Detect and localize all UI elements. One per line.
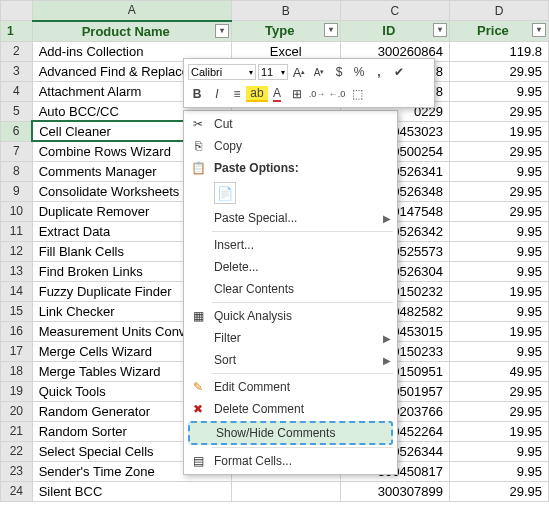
paste-button[interactable]: 📄 xyxy=(214,182,236,204)
header-id[interactable]: ID▾ xyxy=(340,21,449,42)
comma-icon[interactable]: , xyxy=(370,63,388,81)
select-all-corner[interactable] xyxy=(1,1,33,21)
font-size-select[interactable]: 11 ▾ xyxy=(258,64,288,80)
row-number[interactable]: 16 xyxy=(1,321,33,341)
currency-icon[interactable]: $ xyxy=(330,63,348,81)
row-number[interactable]: 12 xyxy=(1,241,33,261)
header-product-name[interactable]: Product Name▾ xyxy=(32,21,231,42)
menu-cut[interactable]: ✂Cut xyxy=(184,113,397,135)
decrease-decimal-icon[interactable]: ←.0 xyxy=(328,85,346,103)
cell[interactable]: 9.95 xyxy=(449,221,548,241)
row-number[interactable]: 14 xyxy=(1,281,33,301)
italic-icon[interactable]: I xyxy=(208,85,226,103)
menu-paste-special[interactable]: Paste Special...▶ xyxy=(184,207,397,229)
row-number[interactable]: 6 xyxy=(1,121,33,141)
cell[interactable]: 9.95 xyxy=(449,301,548,321)
decrease-font-icon[interactable]: A▾ xyxy=(310,63,328,81)
fill-color-icon[interactable]: ab xyxy=(248,85,266,103)
cell[interactable]: 9.95 xyxy=(449,161,548,181)
font-family-select[interactable]: Calibri ▾ xyxy=(188,64,256,80)
separator xyxy=(212,231,393,232)
cell[interactable]: Silent BCC xyxy=(32,481,231,501)
cell[interactable]: 29.95 xyxy=(449,181,548,201)
merge-icon[interactable]: ⬚ xyxy=(348,85,366,103)
format-painter-icon[interactable]: ✔ xyxy=(390,63,408,81)
font-color-icon[interactable]: A xyxy=(268,85,286,103)
row-number[interactable]: 22 xyxy=(1,441,33,461)
cell[interactable]: 29.95 xyxy=(449,401,548,421)
row-number[interactable]: 1 xyxy=(1,21,33,42)
format-cells-icon: ▤ xyxy=(190,453,206,469)
menu-quick-analysis[interactable]: ▦Quick Analysis xyxy=(184,305,397,327)
row-number[interactable]: 7 xyxy=(1,141,33,161)
row-number[interactable]: 18 xyxy=(1,361,33,381)
cell[interactable]: 29.95 xyxy=(449,61,548,81)
filter-button[interactable]: ▾ xyxy=(433,23,447,37)
col-header-a[interactable]: A xyxy=(32,1,231,21)
row-number[interactable]: 23 xyxy=(1,461,33,481)
delete-comment-icon: ✖ xyxy=(190,401,206,417)
row-number[interactable]: 19 xyxy=(1,381,33,401)
cell[interactable]: 9.95 xyxy=(449,261,548,281)
row-number[interactable]: 20 xyxy=(1,401,33,421)
cell[interactable]: 29.95 xyxy=(449,141,548,161)
col-header-b[interactable]: B xyxy=(231,1,340,21)
col-header-d[interactable]: D xyxy=(449,1,548,21)
cell[interactable]: 19.95 xyxy=(449,421,548,441)
row-number[interactable]: 3 xyxy=(1,61,33,81)
cell[interactable]: 49.95 xyxy=(449,361,548,381)
cell[interactable]: 29.95 xyxy=(449,101,548,121)
header-type[interactable]: Type▾ xyxy=(231,21,340,42)
row-number[interactable]: 15 xyxy=(1,301,33,321)
context-menu: ✂Cut ⎘Copy 📋Paste Options: 📄 Paste Speci… xyxy=(183,110,398,475)
column-header-row: A B C D xyxy=(1,1,549,21)
cell[interactable] xyxy=(231,481,340,501)
cell[interactable]: 9.95 xyxy=(449,81,548,101)
header-price[interactable]: Price▾ xyxy=(449,21,548,42)
menu-delete[interactable]: Delete... xyxy=(184,256,397,278)
menu-clear-contents[interactable]: Clear Contents xyxy=(184,278,397,300)
separator xyxy=(212,447,393,448)
row-number[interactable]: 13 xyxy=(1,261,33,281)
increase-decimal-icon[interactable]: .0→ xyxy=(308,85,326,103)
row-number[interactable]: 4 xyxy=(1,81,33,101)
row-number[interactable]: 17 xyxy=(1,341,33,361)
filter-button[interactable]: ▾ xyxy=(215,24,229,38)
menu-show-hide-comments[interactable]: Show/Hide Comments xyxy=(188,421,393,445)
row-number[interactable]: 2 xyxy=(1,41,33,61)
filter-button[interactable]: ▾ xyxy=(324,23,338,37)
cell[interactable]: 9.95 xyxy=(449,461,548,481)
menu-delete-comment[interactable]: ✖Delete Comment xyxy=(184,398,397,420)
row-number[interactable]: 24 xyxy=(1,481,33,501)
borders-icon[interactable]: ⊞ xyxy=(288,85,306,103)
menu-insert[interactable]: Insert... xyxy=(184,234,397,256)
row-number[interactable]: 9 xyxy=(1,181,33,201)
row-number[interactable]: 8 xyxy=(1,161,33,181)
menu-copy[interactable]: ⎘Copy xyxy=(184,135,397,157)
menu-edit-comment[interactable]: ✎Edit Comment xyxy=(184,376,397,398)
align-icon[interactable]: ≡ xyxy=(228,85,246,103)
percent-icon[interactable]: % xyxy=(350,63,368,81)
cell[interactable]: 9.95 xyxy=(449,341,548,361)
menu-sort[interactable]: Sort▶ xyxy=(184,349,397,371)
cell[interactable]: 29.95 xyxy=(449,381,548,401)
cell[interactable]: 19.95 xyxy=(449,281,548,301)
cell[interactable]: 9.95 xyxy=(449,441,548,461)
col-header-c[interactable]: C xyxy=(340,1,449,21)
cell[interactable]: 29.95 xyxy=(449,201,548,221)
bold-icon[interactable]: B xyxy=(188,85,206,103)
row-number[interactable]: 5 xyxy=(1,101,33,121)
menu-format-cells[interactable]: ▤Format Cells... xyxy=(184,450,397,472)
cell[interactable]: 19.95 xyxy=(449,321,548,341)
menu-filter[interactable]: Filter▶ xyxy=(184,327,397,349)
row-number[interactable]: 10 xyxy=(1,201,33,221)
cell[interactable]: 119.8 xyxy=(449,41,548,61)
row-number[interactable]: 11 xyxy=(1,221,33,241)
cell[interactable]: 19.95 xyxy=(449,121,548,141)
increase-font-icon[interactable]: A▴ xyxy=(290,63,308,81)
cell[interactable]: 300307899 xyxy=(340,481,449,501)
row-number[interactable]: 21 xyxy=(1,421,33,441)
cell[interactable]: 9.95 xyxy=(449,241,548,261)
cell[interactable]: 29.95 xyxy=(449,481,548,501)
filter-button[interactable]: ▾ xyxy=(532,23,546,37)
